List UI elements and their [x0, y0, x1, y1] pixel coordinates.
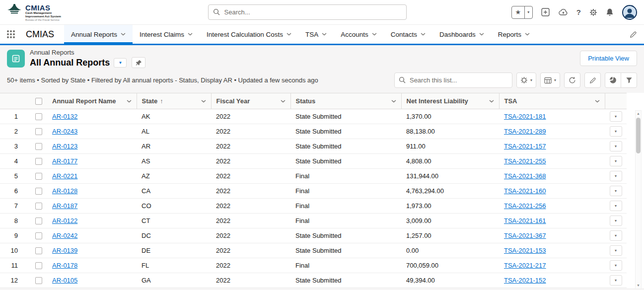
- refresh-button[interactable]: [564, 72, 580, 88]
- inline-edit-button[interactable]: [584, 72, 601, 88]
- tab-dashboards[interactable]: Dashboards: [432, 25, 491, 44]
- row-actions-button[interactable]: ▾: [610, 186, 622, 196]
- row-checkbox[interactable]: [35, 188, 42, 195]
- annual-report-link[interactable]: AR-0221: [52, 172, 77, 180]
- annual-report-link[interactable]: AR-0187: [52, 202, 77, 210]
- tsa-link[interactable]: TSA-2021-367: [504, 232, 546, 239]
- nav-edit-button[interactable]: [630, 25, 637, 44]
- setup-button[interactable]: [589, 8, 597, 16]
- notifications-button[interactable]: [606, 8, 614, 16]
- app-launcher-button[interactable]: [7, 25, 20, 44]
- tab-tsa[interactable]: TSA: [298, 25, 334, 44]
- annual-report-link[interactable]: AR-0243: [52, 128, 77, 135]
- tsa-link[interactable]: TSA-2021-289: [504, 128, 546, 135]
- chevron-down-icon[interactable]: [595, 100, 600, 103]
- printable-view-button[interactable]: Printable View: [580, 51, 637, 66]
- scroll-up-icon[interactable]: ▲: [637, 111, 640, 117]
- row-checkbox[interactable]: [35, 128, 42, 135]
- column-header-net-interest-liability[interactable]: Net Interest Liability: [401, 93, 499, 109]
- select-all-checkbox[interactable]: [35, 98, 42, 105]
- row-checkbox[interactable]: [35, 113, 42, 120]
- row-actions-button[interactable]: ▾: [610, 245, 622, 256]
- tab-contacts[interactable]: Contacts: [384, 25, 432, 44]
- chevron-down-icon[interactable]: [281, 100, 286, 103]
- tsa-link[interactable]: TSA-2021-256: [504, 202, 546, 210]
- column-header-state[interactable]: State ↑: [137, 93, 211, 109]
- annual-report-link[interactable]: AR-0178: [52, 262, 77, 269]
- column-header-tsa[interactable]: TSA: [499, 93, 605, 109]
- fiscal-year-cell: 2022: [211, 199, 290, 214]
- annual-report-link[interactable]: AR-0105: [52, 277, 77, 284]
- global-search-input[interactable]: [208, 4, 407, 20]
- tsa-link[interactable]: TSA-2021-255: [504, 157, 546, 165]
- upload-button[interactable]: [558, 8, 568, 16]
- favorites-button[interactable]: ★ ▾: [511, 6, 533, 19]
- row-checkbox[interactable]: [35, 218, 42, 224]
- row-actions-button[interactable]: ▾: [610, 260, 622, 271]
- column-header-status[interactable]: Status: [290, 93, 401, 109]
- tab-reports[interactable]: Reports: [491, 25, 537, 44]
- tab-accounts[interactable]: Accounts: [334, 25, 384, 44]
- chevron-down-icon[interactable]: [391, 100, 396, 103]
- annual-report-link[interactable]: AR-0242: [52, 232, 77, 239]
- scroll-down-icon[interactable]: ▼: [637, 283, 640, 289]
- row-checkbox[interactable]: [35, 158, 42, 165]
- row-actions-button[interactable]: ▾: [610, 126, 622, 137]
- tsa-link[interactable]: TSA-2021-161: [504, 217, 546, 224]
- avatar[interactable]: [622, 5, 637, 20]
- select-all-header: [30, 93, 47, 109]
- row-checkbox[interactable]: [35, 173, 42, 180]
- row-checkbox[interactable]: [35, 143, 42, 150]
- net-interest-liability-cell: 49,394.00: [401, 273, 499, 288]
- annual-report-link[interactable]: AR-0128: [52, 187, 77, 195]
- list-view-selector-button[interactable]: ▼: [114, 58, 127, 68]
- vertical-scrollbar[interactable]: ▲ ▼: [635, 110, 642, 289]
- row-checkbox[interactable]: [35, 247, 42, 254]
- fiscal-year-cell: 2022: [211, 184, 290, 199]
- row-checkbox[interactable]: [35, 277, 42, 284]
- tsa-link[interactable]: TSA-2021-181: [504, 113, 546, 120]
- tab-interest-calculation-costs[interactable]: Interest Calculation Costs: [200, 25, 298, 44]
- row-actions-button[interactable]: ▾: [610, 111, 622, 122]
- row-number: 9: [0, 228, 30, 243]
- display-as-button[interactable]: ▾: [540, 72, 560, 88]
- annual-report-link[interactable]: AR-0139: [52, 247, 77, 254]
- annual-report-link[interactable]: AR-0122: [52, 217, 77, 224]
- row-actions-button[interactable]: ▾: [610, 230, 622, 241]
- row-actions-button[interactable]: ▾: [610, 156, 622, 166]
- row-checkbox[interactable]: [35, 203, 42, 210]
- pin-list-button[interactable]: [132, 57, 145, 68]
- row-actions-button[interactable]: ▾: [610, 275, 622, 286]
- tsa-link[interactable]: TSA-2021-152: [504, 277, 546, 284]
- global-add-button[interactable]: [541, 8, 550, 16]
- charts-button[interactable]: [605, 72, 621, 88]
- filters-button[interactable]: [621, 72, 637, 88]
- row-actions-button[interactable]: ▾: [610, 201, 622, 211]
- tsa-link[interactable]: TSA-2021-217: [504, 262, 546, 269]
- chevron-down-icon[interactable]: [127, 100, 132, 103]
- app-name: CMIAS: [26, 25, 54, 44]
- annual-report-link[interactable]: AR-0177: [52, 157, 77, 165]
- list-view-controls-button[interactable]: ▾: [516, 72, 536, 88]
- tab-annual-reports[interactable]: Annual Reports: [64, 25, 133, 44]
- tsa-link[interactable]: TSA-2021-157: [504, 143, 546, 150]
- row-checkbox[interactable]: [35, 262, 42, 269]
- column-header-fiscal-year[interactable]: Fiscal Year: [211, 93, 290, 109]
- row-actions-button[interactable]: ▾: [610, 216, 622, 226]
- tab-interest-claims[interactable]: Interest Claims: [133, 25, 200, 44]
- net-interest-liability-cell: 911.00: [401, 139, 499, 154]
- column-header-annual-report-name[interactable]: Annual Report Name: [47, 93, 137, 109]
- row-actions-button[interactable]: ▾: [610, 171, 622, 181]
- chevron-down-icon[interactable]: [489, 100, 494, 103]
- tsa-link[interactable]: TSA-2021-160: [504, 187, 546, 195]
- chevron-down-icon[interactable]: [201, 100, 206, 103]
- annual-report-link[interactable]: AR-0123: [52, 143, 77, 150]
- tsa-link[interactable]: TSA-2021-153: [504, 247, 546, 254]
- list-search-input[interactable]: [394, 72, 512, 88]
- row-actions-button[interactable]: ▾: [610, 141, 622, 151]
- annual-report-link[interactable]: AR-0132: [52, 113, 77, 120]
- row-checkbox[interactable]: [35, 232, 42, 239]
- help-button[interactable]: ?: [576, 8, 581, 16]
- tsa-link[interactable]: TSA-2021-368: [504, 172, 546, 180]
- scrollbar-thumb[interactable]: [636, 118, 641, 153]
